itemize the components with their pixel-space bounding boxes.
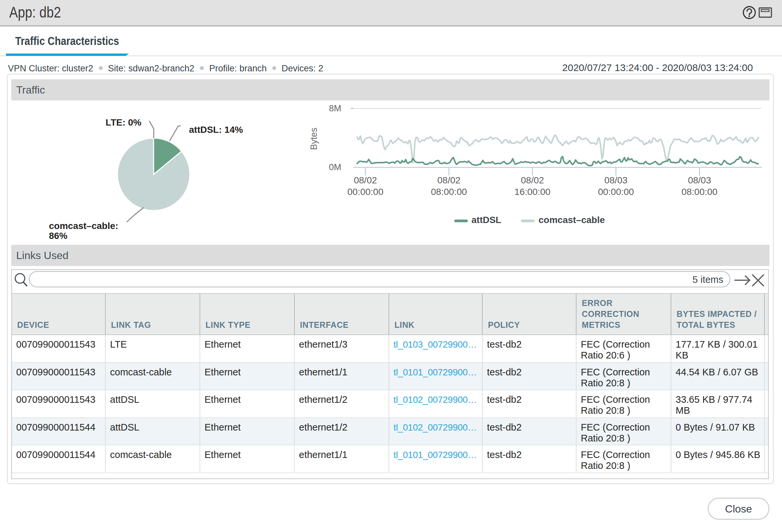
svg-text:08/03: 08/03: [604, 175, 628, 185]
svg-text:00:00:00: 00:00:00: [598, 187, 634, 197]
svg-text:08:00:00: 08:00:00: [431, 187, 467, 197]
svg-text:attDSL: attDSL: [471, 215, 501, 225]
svg-text:Bytes: Bytes: [309, 128, 319, 150]
svg-text:comcast–cable:: comcast–cable:: [49, 221, 118, 231]
svg-text:08/02: 08/02: [521, 175, 544, 185]
svg-text:08:00:00: 08:00:00: [682, 187, 718, 197]
svg-text:08/03: 08/03: [688, 175, 711, 185]
svg-text:16:00:00: 16:00:00: [514, 187, 550, 197]
svg-text:08/02: 08/02: [354, 175, 377, 185]
svg-text:00:00:00: 00:00:00: [348, 187, 384, 197]
svg-text:comcast–cable: comcast–cable: [538, 215, 605, 225]
svg-text:86%: 86%: [49, 230, 67, 241]
svg-text:8M: 8M: [329, 103, 341, 113]
svg-text:0M: 0M: [329, 162, 341, 172]
svg-text:attDSL: 14%: attDSL: 14%: [189, 125, 243, 135]
svg-text:08/02: 08/02: [437, 175, 461, 185]
svg-text:LTE: 0%: LTE: 0%: [106, 117, 141, 128]
